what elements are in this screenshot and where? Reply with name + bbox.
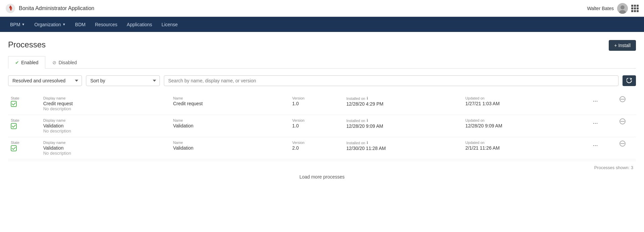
cell-more-2[interactable]: ···	[582, 115, 609, 137]
app-grid-icon[interactable]	[631, 5, 639, 12]
cell-displayname-1: Display name Credit request No descripti…	[41, 93, 171, 115]
cell-name-1: Name Credit request	[171, 93, 290, 115]
table-footer-divider	[8, 161, 636, 161]
nav-bar: BPM ▼ Organization ▼ BDM Resources Appli…	[0, 17, 644, 32]
user-name: Walter Bates	[587, 6, 614, 11]
cell-installed-1: Installed on ℹ 12/28/20 4:29 PM	[343, 93, 463, 115]
ban-icon: ⊘	[52, 60, 56, 65]
cell-displayname-2: Display name Validation No description	[41, 115, 171, 137]
cell-name-3: Name Validation	[171, 137, 290, 159]
tab-enabled[interactable]: ✔ Enabled	[8, 56, 45, 69]
check-icon: ✔	[15, 60, 19, 65]
cell-state-3: State	[8, 137, 41, 159]
nav-item-bdm[interactable]: BDM	[71, 17, 90, 32]
state-icon-3	[11, 146, 17, 153]
state-icon-1	[11, 102, 17, 108]
top-header: Bonita Administrator Application Walter …	[0, 0, 644, 17]
cell-name-2: Name Validation	[171, 115, 290, 137]
table-footer: Processes shown: 3	[8, 165, 636, 170]
cell-disable-1[interactable]	[609, 93, 636, 115]
cell-updated-1: Updated on 1/27/21 1:03 AM	[463, 93, 582, 115]
disable-icon-3[interactable]	[619, 141, 626, 148]
cell-installed-2: Installed on ℹ 12/28/20 9:09 AM	[343, 115, 463, 137]
cell-disable-2[interactable]	[609, 115, 636, 137]
cell-state-2: State	[8, 115, 41, 137]
cell-installed-3: Installed on ℹ 12/30/20 11:28 AM	[343, 137, 463, 159]
main-content: Processes + Install ✔ Enabled ⊘ Disabled…	[0, 32, 644, 232]
svg-point-2	[620, 5, 625, 9]
table-row: State Display name Validation No descrip…	[8, 115, 636, 137]
nav-item-bpm[interactable]: BPM ▼	[5, 17, 30, 32]
table-row: State Display name Validation No descrip…	[8, 137, 636, 159]
cell-version-1: Version 1.0	[289, 93, 343, 115]
user-avatar[interactable]	[617, 3, 628, 14]
nav-item-organization[interactable]: Organization ▼	[30, 17, 70, 32]
table-row: State Display name Credit request No des…	[8, 93, 636, 115]
nav-item-resources[interactable]: Resources	[90, 17, 122, 32]
filters-row: Resolved and unresolved Resolved Unresol…	[8, 75, 636, 86]
more-actions-button-2[interactable]: ···	[590, 118, 601, 128]
bonita-logo-icon	[5, 3, 15, 13]
install-button[interactable]: + Install	[609, 40, 636, 51]
state-icon-2	[11, 124, 17, 130]
cell-updated-3: Updated on 2/1/21 11:26 AM	[463, 137, 582, 159]
cell-displayname-3: Display name Validation No description	[41, 137, 171, 159]
processes-table: State Display name Credit request No des…	[8, 93, 636, 159]
tab-disabled[interactable]: ⊘ Disabled	[45, 56, 84, 69]
search-input[interactable]	[164, 75, 618, 86]
disable-icon-1[interactable]	[619, 97, 626, 104]
page-header-row: Processes + Install	[8, 40, 636, 56]
cell-disable-3[interactable]	[609, 137, 636, 159]
sort-filter[interactable]: Sort by Name (A-Z) Name (Z-A) Installed …	[86, 75, 160, 86]
refresh-button[interactable]	[623, 75, 636, 86]
info-icon-2: ℹ	[367, 118, 368, 123]
organization-caret-icon: ▼	[62, 23, 66, 26]
cell-version-3: Version 2.0	[289, 137, 343, 159]
more-actions-button-3[interactable]: ···	[590, 141, 601, 150]
info-icon-1: ℹ	[367, 96, 368, 101]
cell-updated-2: Updated on 12/28/20 9:09 AM	[463, 115, 582, 137]
resolution-filter[interactable]: Resolved and unresolved Resolved Unresol…	[8, 75, 82, 86]
header-right: Walter Bates	[587, 3, 639, 14]
cell-version-2: Version 1.0	[289, 115, 343, 137]
load-more-button[interactable]: Load more processes	[8, 170, 636, 184]
cell-more-3[interactable]: ···	[582, 137, 609, 159]
refresh-icon	[627, 78, 632, 83]
processes-count: Processes shown: 3	[594, 165, 633, 170]
info-icon-3: ℹ	[367, 141, 368, 145]
bpm-caret-icon: ▼	[21, 23, 25, 26]
disable-icon-2[interactable]	[619, 119, 626, 126]
cell-more-1[interactable]: ···	[582, 93, 609, 115]
cell-state-1: State	[8, 93, 41, 115]
nav-item-applications[interactable]: Applications	[122, 17, 157, 32]
page-title: Processes	[8, 40, 46, 49]
app-title: Bonita Administrator Application	[19, 5, 94, 11]
more-actions-button-1[interactable]: ···	[590, 96, 601, 106]
nav-item-license[interactable]: License	[157, 17, 182, 32]
header-left: Bonita Administrator Application	[5, 3, 94, 13]
tabs-container: ✔ Enabled ⊘ Disabled	[8, 56, 636, 69]
